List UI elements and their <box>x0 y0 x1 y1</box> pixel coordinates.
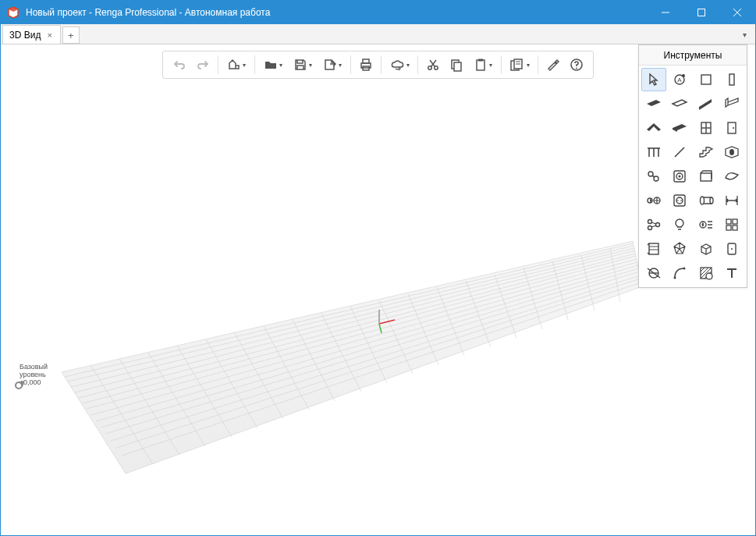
tools-panel: Инструменты A <box>638 44 747 288</box>
tool-annotation[interactable]: A <box>667 68 692 91</box>
svg-point-91 <box>680 200 682 201</box>
tab-menu-button[interactable]: ▾ <box>736 25 752 44</box>
tool-axis[interactable] <box>694 189 719 212</box>
tool-equipment-round[interactable] <box>667 165 692 188</box>
tool-pipe-fitting[interactable] <box>641 165 666 188</box>
tool-beam[interactable] <box>719 92 744 115</box>
maximize-button[interactable] <box>683 1 719 24</box>
minimize-button[interactable] <box>648 1 683 24</box>
level-marker-icon[interactable] <box>15 382 23 389</box>
tool-select[interactable] <box>641 68 666 91</box>
tool-wireframe[interactable] <box>694 237 719 261</box>
tab-3d-view[interactable]: 3D Вид × <box>2 25 61 44</box>
level-name: Базовый <box>20 363 48 371</box>
viewport-3d[interactable]: Базовый уровень ±0,000 ▾ ▾ ▾ ▾ ▾ ▾ ▾ <box>1 44 755 535</box>
tool-roof[interactable] <box>641 116 666 140</box>
svg-line-16 <box>96 265 638 421</box>
tool-text[interactable] <box>719 261 744 285</box>
tool-window[interactable] <box>694 116 719 140</box>
tool-column[interactable] <box>719 68 744 91</box>
svg-rect-85 <box>701 173 712 181</box>
svg-point-93 <box>710 197 713 204</box>
svg-point-92 <box>700 197 704 204</box>
svg-rect-101 <box>733 225 737 230</box>
tool-door[interactable] <box>719 116 744 140</box>
app-icon <box>7 6 20 19</box>
tool-polyhedron[interactable] <box>667 237 692 261</box>
tool-slab-dark[interactable] <box>641 92 666 115</box>
svg-point-113 <box>706 273 712 279</box>
svg-point-73 <box>733 127 734 129</box>
tab-close-icon[interactable]: × <box>45 30 53 40</box>
svg-text:A: A <box>678 76 683 83</box>
level-sub: уровень <box>20 371 48 378</box>
tools-panel-title: Инструменты <box>639 45 747 66</box>
svg-point-110 <box>674 277 676 279</box>
tool-wall-section[interactable] <box>694 68 719 91</box>
svg-rect-3 <box>698 9 705 16</box>
svg-point-95 <box>648 226 652 230</box>
tool-hatch[interactable] <box>694 261 719 285</box>
tool-railing[interactable] <box>641 140 666 164</box>
tool-array[interactable] <box>719 213 744 236</box>
svg-point-84 <box>679 176 681 178</box>
svg-rect-72 <box>728 122 736 133</box>
tab-label: 3D Вид <box>9 30 41 41</box>
tool-connector[interactable] <box>641 213 666 236</box>
tool-floor[interactable] <box>667 116 692 140</box>
svg-point-66 <box>682 74 685 77</box>
tab-bar: 3D Вид × + ▾ <box>1 24 755 44</box>
svg-rect-100 <box>726 225 731 230</box>
svg-line-78 <box>675 147 684 157</box>
svg-rect-102 <box>649 243 658 254</box>
tools-grid: A <box>639 66 747 287</box>
svg-point-111 <box>683 268 686 270</box>
tool-stair[interactable] <box>694 140 719 164</box>
tool-slab-light[interactable] <box>667 92 692 115</box>
tool-fire[interactable] <box>694 213 719 236</box>
tool-panel[interactable] <box>719 237 744 261</box>
tool-arc[interactable] <box>667 261 692 285</box>
tool-line-object[interactable] <box>667 140 692 164</box>
svg-point-90 <box>677 200 679 201</box>
svg-rect-68 <box>729 74 734 85</box>
tool-ramp[interactable] <box>694 92 719 115</box>
svg-point-106 <box>731 248 733 250</box>
tool-component[interactable] <box>694 165 719 188</box>
svg-line-15 <box>91 262 637 415</box>
new-tab-button[interactable]: + <box>62 27 80 44</box>
svg-rect-98 <box>726 219 731 224</box>
titlebar: Новый проект - Renga Professional - Авто… <box>1 1 755 24</box>
tool-sanitary[interactable] <box>641 189 666 212</box>
svg-rect-67 <box>701 75 711 84</box>
svg-rect-99 <box>733 219 737 224</box>
close-button[interactable] <box>719 1 755 24</box>
tool-lamp[interactable] <box>667 213 692 236</box>
window-title: Новый проект - Renga Professional - Авто… <box>26 7 648 18</box>
tool-socket[interactable] <box>667 189 692 212</box>
tool-level[interactable] <box>641 261 666 285</box>
tool-opening[interactable] <box>719 140 744 164</box>
tool-section[interactable] <box>641 237 666 261</box>
tool-duct[interactable] <box>719 165 744 188</box>
svg-rect-88 <box>674 195 685 206</box>
tool-dimension[interactable] <box>719 189 744 212</box>
svg-point-79 <box>729 149 734 155</box>
svg-point-94 <box>648 220 652 224</box>
svg-point-96 <box>656 223 660 227</box>
